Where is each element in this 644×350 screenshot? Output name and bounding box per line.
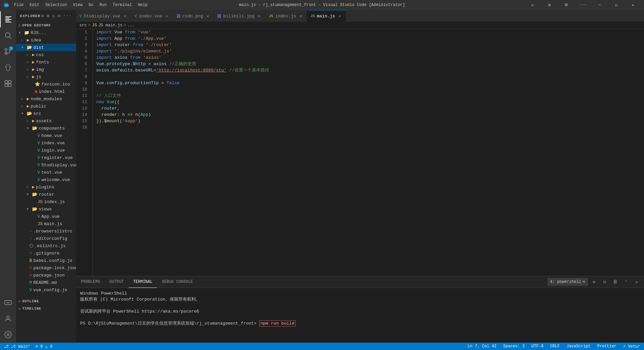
- status-position[interactable]: Ln 7, Col 42: [466, 344, 498, 349]
- layout-btn[interactable]: ⊟: [542, 0, 557, 10]
- folder-fonts[interactable]: ▷ ▶ fonts: [16, 58, 76, 66]
- new-file-icon[interactable]: ⊕: [40, 12, 44, 19]
- tab-main-js[interactable]: JS main.js ✕: [307, 10, 346, 22]
- status-vetur[interactable]: ⚡ Vetur: [622, 344, 641, 349]
- menu-view[interactable]: View: [70, 2, 85, 8]
- folder-dist[interactable]: ▼ 📂 dist: [16, 44, 76, 51]
- activity-remote[interactable]: [0, 295, 16, 311]
- file-vue-config[interactable]: V vue.config.js: [16, 286, 76, 294]
- breadcrumb-src[interactable]: src: [79, 23, 87, 28]
- activity-account[interactable]: [0, 311, 16, 327]
- tab-index-vue[interactable]: V index.vue ✕: [131, 10, 173, 22]
- tab-index-vue-close[interactable]: ✕: [164, 13, 170, 19]
- status-language[interactable]: JavaScript: [565, 344, 592, 349]
- tab-main-js-close[interactable]: ✕: [337, 13, 342, 19]
- file-test-vue[interactable]: V test.vue: [16, 169, 76, 176]
- file-register-vue[interactable]: V register.vue: [16, 154, 76, 161]
- folder-src[interactable]: ▼ 📂 src: [16, 110, 76, 117]
- folder-plugins[interactable]: ▷ ▶ plugins: [16, 183, 76, 191]
- menu-terminal[interactable]: Terminal: [110, 2, 135, 8]
- trash-terminal-btn[interactable]: 🗑: [611, 277, 620, 287]
- status-branch[interactable]: ⎇ ⎇ main*: [3, 344, 31, 349]
- collapse-all-icon[interactable]: ⊟: [57, 12, 61, 19]
- new-folder-icon[interactable]: ⊞: [46, 12, 50, 19]
- menu-go[interactable]: Go: [86, 2, 96, 8]
- file-welcome-vue[interactable]: V welcome.vue: [16, 176, 76, 183]
- breadcrumb-file[interactable]: JS main.js: [98, 23, 122, 28]
- close-panel-btn[interactable]: ✕: [632, 277, 641, 287]
- file-package-json[interactable]: ⊙ package.json: [16, 272, 76, 279]
- close-btn[interactable]: ✕: [625, 0, 641, 10]
- tab-debug-console[interactable]: DEBUG CONSOLE: [157, 276, 198, 288]
- folder-node-modules[interactable]: ▷ ▶ node_modules: [16, 95, 76, 103]
- file-login-vue[interactable]: V login.vue: [16, 147, 76, 154]
- outline-section[interactable]: ▷ OUTLINE: [16, 298, 76, 305]
- breadcrumb-more[interactable]: ...: [128, 23, 135, 28]
- tab-index-js[interactable]: JS index.js ✕: [266, 10, 307, 22]
- folder-idea[interactable]: ▷ ▶ idea: [16, 36, 76, 44]
- file-package-lock[interactable]: ⊙ package-lock.json: [16, 264, 76, 272]
- more-btn[interactable]: ···: [575, 0, 591, 10]
- file-gitignore[interactable]: ⑂ .gitignore: [16, 249, 76, 257]
- file-browserslistrc[interactable]: · .browserslistrc: [16, 227, 76, 235]
- activity-settings[interactable]: [0, 327, 16, 343]
- tab-bilibili[interactable]: 🖼 bilibili.jpg ✕: [214, 10, 266, 22]
- activity-debug[interactable]: [0, 59, 16, 75]
- maximize-btn[interactable]: ◻: [609, 0, 624, 10]
- menu-file[interactable]: File: [11, 2, 26, 8]
- refresh-icon[interactable]: ↻: [51, 12, 55, 19]
- folder-public[interactable]: ▷ ▶ public: [16, 103, 76, 110]
- activity-explorer[interactable]: [0, 11, 16, 27]
- split-btn[interactable]: ⧉: [558, 0, 574, 10]
- folder-assets[interactable]: ▷ ▶ assets: [16, 117, 76, 125]
- file-home-vue[interactable]: V home.vue: [16, 132, 76, 139]
- new-terminal-btn[interactable]: ⊕: [589, 277, 599, 287]
- file-editorconfig[interactable]: · .editorconfig: [16, 235, 76, 242]
- menu-help[interactable]: Help: [135, 2, 150, 8]
- status-eol[interactable]: CRLF: [549, 344, 561, 349]
- code-content[interactable]: import Vue from 'vue'import App from './…: [93, 29, 644, 276]
- tab-terminal[interactable]: TERMINAL: [129, 276, 157, 288]
- open-editors-section[interactable]: ▷ OPEN EDITORS: [16, 22, 76, 29]
- activity-search[interactable]: [0, 27, 16, 43]
- activity-git[interactable]: 3: [0, 43, 16, 59]
- file-index-html[interactable]: ◉ index.html: [16, 88, 76, 95]
- tab-studisplay-close[interactable]: ✕: [122, 13, 128, 19]
- file-router-index[interactable]: JS index.js: [16, 198, 76, 205]
- menu-edit[interactable]: Edit: [27, 2, 42, 8]
- folder-img[interactable]: ▷ ▶ img: [16, 66, 76, 73]
- debug-run-btn[interactable]: ▷: [525, 0, 540, 10]
- activity-extensions[interactable]: [0, 75, 16, 92]
- more-actions-icon[interactable]: ···: [62, 12, 72, 19]
- file-eslintrc[interactable]: ⬡ .eslintrc.js: [16, 242, 76, 249]
- root-folder[interactable]: ▼ 📁 RJS...: [16, 29, 76, 36]
- status-prettier[interactable]: Prettier: [596, 344, 618, 349]
- menu-run[interactable]: Run: [97, 2, 110, 8]
- folder-router[interactable]: ▼ 📂 router: [16, 191, 76, 198]
- tab-studisplay[interactable]: V Studisplay.vue ✕: [76, 10, 131, 22]
- menu-selection[interactable]: Selection: [43, 2, 70, 8]
- status-errors[interactable]: ⊙ 0 △ 0: [34, 344, 53, 349]
- tab-csdn-close[interactable]: ✕: [205, 13, 210, 19]
- file-app-vue[interactable]: V App.vue: [16, 213, 76, 220]
- minimize-btn[interactable]: ─: [592, 0, 607, 10]
- tab-output[interactable]: OUTPUT: [105, 276, 129, 288]
- maximize-panel-btn[interactable]: ⌃: [621, 277, 631, 287]
- folder-js[interactable]: ▷ ▶ js: [16, 73, 76, 80]
- tab-csdn[interactable]: 🖼 csdn.png ✕: [173, 10, 214, 22]
- file-readme[interactable]: M README.md: [16, 279, 76, 286]
- folder-css[interactable]: ▷ ▶ css: [16, 51, 76, 58]
- folder-views[interactable]: ▼ 📂 views: [16, 205, 76, 213]
- timeline-section[interactable]: ▷ TIMELINE: [16, 305, 76, 312]
- file-main-js[interactable]: JS main.js: [16, 220, 76, 227]
- status-encoding[interactable]: UTF-8: [530, 344, 545, 349]
- tab-index-js-close[interactable]: ✕: [298, 13, 303, 19]
- file-index-vue[interactable]: V index.vue: [16, 139, 76, 147]
- tab-bilibili-close[interactable]: ✕: [257, 13, 262, 19]
- file-favicon[interactable]: ⭐ favicon.ico: [16, 80, 76, 88]
- terminal-content[interactable]: Windows PowerShell 版权所有 (C) Microsoft Co…: [76, 288, 644, 342]
- split-terminal-btn[interactable]: ⊟: [600, 277, 609, 287]
- file-studisplay-vue[interactable]: V Studisplay.vue: [16, 161, 76, 169]
- status-spaces[interactable]: Spaces: 2: [502, 344, 526, 349]
- folder-components[interactable]: ▼ 📂 components: [16, 125, 76, 132]
